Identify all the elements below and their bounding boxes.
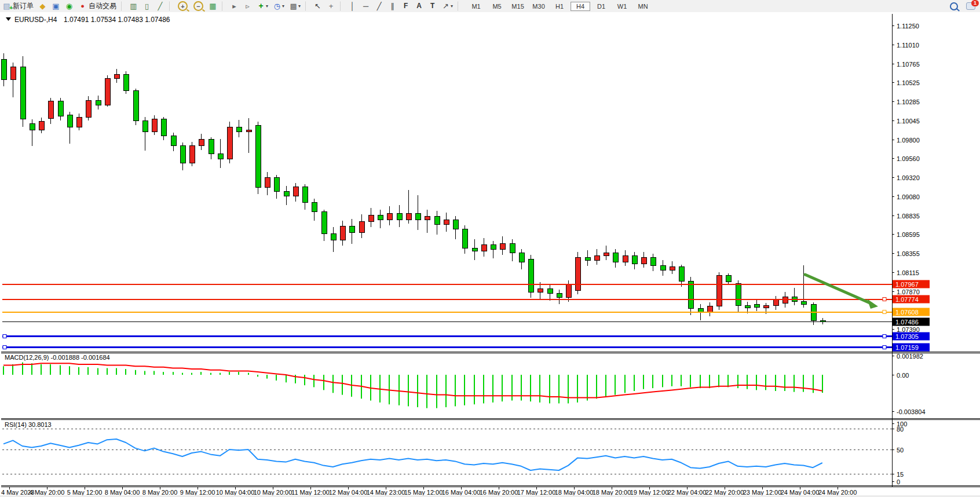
bearish-candle[interactable] <box>302 187 308 202</box>
bearish-candle[interactable] <box>510 243 515 253</box>
text-button[interactable]: A <box>412 1 426 12</box>
bearish-candle[interactable] <box>312 202 317 211</box>
bullish-candle[interactable] <box>773 299 778 305</box>
bearish-candle[interactable] <box>650 258 656 266</box>
metaeditor-button[interactable]: ▣ <box>49 1 63 12</box>
bullish-candle[interactable] <box>359 221 364 232</box>
bearish-candle[interactable] <box>218 154 223 159</box>
bar-chart-button[interactable]: ▥ <box>127 1 140 12</box>
search-icon[interactable] <box>950 2 958 10</box>
timeframe-button-mn[interactable]: MN <box>633 2 653 11</box>
bullish-candle[interactable] <box>406 213 411 220</box>
time-axis[interactable]: 4 May 20234 May 20:005 May 12:008 May 04… <box>1 487 857 496</box>
bearish-candle[interactable] <box>67 115 72 127</box>
bearish-candle[interactable] <box>349 226 354 232</box>
candlestick-chart-button[interactable]: ▯ <box>140 1 153 12</box>
bearish-candle[interactable] <box>397 213 402 220</box>
bearish-candle[interactable] <box>745 305 750 308</box>
bullish-candle[interactable] <box>575 258 580 291</box>
bearish-candle[interactable] <box>801 302 806 305</box>
bullish-candle[interactable] <box>500 243 505 250</box>
bullish-candle[interactable] <box>604 253 609 255</box>
trendline-button[interactable]: ╱ <box>372 1 386 12</box>
bearish-candle[interactable] <box>142 120 148 131</box>
bearish-candle[interactable] <box>171 136 176 146</box>
bearish-candle[interactable] <box>820 320 825 321</box>
timeframe-button-h1[interactable]: H1 <box>550 2 569 11</box>
bullish-candle[interactable] <box>265 177 270 188</box>
bullish-candle[interactable] <box>105 78 110 105</box>
bullish-candle[interactable] <box>227 127 232 159</box>
bearish-candle[interactable] <box>378 215 383 220</box>
timeframe-button-m5[interactable]: M5 <box>487 2 507 11</box>
line-anchor-handle[interactable] <box>3 346 6 349</box>
timeframe-button-w1[interactable]: W1 <box>612 2 632 11</box>
bullish-candle[interactable] <box>368 215 374 221</box>
chart-shift-button[interactable]: ▹ <box>241 1 254 12</box>
bearish-candle[interactable] <box>613 253 618 262</box>
vertical-line-button[interactable]: │ <box>346 1 359 12</box>
crosshair-button[interactable]: + <box>324 1 338 12</box>
bearish-candle[interactable] <box>491 245 496 250</box>
bearish-candle[interactable] <box>20 67 25 119</box>
bullish-candle[interactable] <box>782 297 788 303</box>
bearish-candle[interactable] <box>123 74 129 91</box>
text-label-button[interactable]: T <box>426 1 439 12</box>
timeframe-button-h4[interactable]: H4 <box>571 2 590 11</box>
chart-canvas[interactable]: 1.079671.077741.076081.074861.073051.071… <box>0 12 980 497</box>
notifications-button[interactable]: 1 <box>966 2 975 10</box>
line-chart-button[interactable]: ╱ <box>153 1 167 12</box>
zoom-out-button[interactable]: − <box>191 1 206 12</box>
timeframe-button-d1[interactable]: D1 <box>591 2 611 11</box>
bearish-candle[interactable] <box>255 125 261 187</box>
timeframe-button-m30[interactable]: M30 <box>529 2 548 11</box>
bearish-candle[interactable] <box>434 217 440 225</box>
bullish-candle[interactable] <box>594 256 599 261</box>
bullish-candle[interactable] <box>152 119 157 132</box>
bearish-candle[interactable] <box>321 212 327 234</box>
bullish-candle[interactable] <box>48 101 53 118</box>
bullish-candle[interactable] <box>114 74 119 78</box>
bearish-candle[interactable] <box>462 229 467 248</box>
timeframe-button-m1[interactable]: M1 <box>466 2 486 11</box>
bearish-candle[interactable] <box>547 289 553 294</box>
bullish-candle[interactable] <box>537 289 543 292</box>
bearish-candle[interactable] <box>274 177 279 191</box>
line-anchor-handle[interactable] <box>883 298 886 301</box>
arrows-button[interactable]: ↗▾ <box>439 1 455 12</box>
bullish-candle[interactable] <box>340 226 345 240</box>
bearish-candle[interactable] <box>284 191 289 196</box>
bullish-candle[interactable] <box>481 245 487 251</box>
bullish-candle[interactable] <box>39 122 44 130</box>
indicators-button[interactable]: +▾ <box>254 1 270 12</box>
bearish-candle[interactable] <box>30 124 35 130</box>
tile-windows-button[interactable]: ▦ <box>206 1 220 12</box>
bullish-candle[interactable] <box>716 276 722 306</box>
autotrade-button[interactable]: ● 自动交易 <box>76 1 119 12</box>
bullish-candle[interactable] <box>246 130 251 132</box>
bearish-candle[interactable] <box>519 253 524 262</box>
bullish-candle[interactable] <box>86 100 91 118</box>
bearish-candle[interactable] <box>585 258 590 261</box>
bearish-candle[interactable] <box>472 248 477 251</box>
bullish-candle[interactable] <box>763 305 769 308</box>
bearish-candle[interactable] <box>415 213 420 220</box>
bullish-candle[interactable] <box>189 146 195 163</box>
bearish-candle[interactable] <box>736 283 741 305</box>
line-anchor-handle[interactable] <box>3 335 6 338</box>
line-anchor-handle[interactable] <box>883 346 886 349</box>
bearish-candle[interactable] <box>726 276 731 282</box>
bearish-candle[interactable] <box>161 119 166 136</box>
line-anchor-handle[interactable] <box>883 310 886 314</box>
bearish-candle[interactable] <box>209 140 214 154</box>
horizontal-line-button[interactable]: ─ <box>359 1 372 12</box>
bearish-candle[interactable] <box>180 146 185 163</box>
line-anchor-handle[interactable] <box>883 335 886 338</box>
fibonacci-button[interactable]: F <box>399 1 412 12</box>
bullish-candle[interactable] <box>641 258 646 264</box>
bullish-candle[interactable] <box>623 256 628 262</box>
timeframe-button-m15[interactable]: M15 <box>508 2 528 11</box>
bearish-candle[interactable] <box>453 220 458 229</box>
periods-button[interactable]: ◷▾ <box>270 1 287 12</box>
bullish-candle[interactable] <box>444 220 449 224</box>
